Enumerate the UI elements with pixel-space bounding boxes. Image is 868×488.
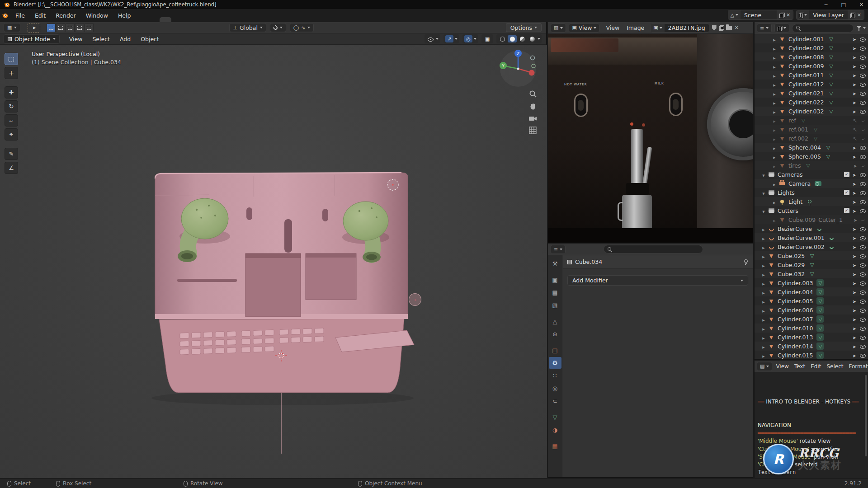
outliner-row[interactable]: Cube.029 <box>755 260 868 269</box>
visibility-dropdown[interactable] <box>425 34 440 43</box>
text-editor-menu-item[interactable]: View <box>773 362 791 371</box>
expand-icon[interactable] <box>772 72 777 79</box>
eye-icon[interactable] <box>859 181 866 187</box>
editor-type-button[interactable]: ▨ <box>551 23 566 33</box>
expand-icon[interactable] <box>772 126 777 133</box>
menu-item[interactable]: Render <box>51 11 80 20</box>
workspace-tab[interactable] <box>183 17 195 22</box>
object-name[interactable]: Cylinder.010 <box>778 325 813 332</box>
eye-icon[interactable] <box>859 262 866 268</box>
object-name[interactable]: Light <box>788 198 802 205</box>
shading-wireframe-icon[interactable] <box>498 35 507 42</box>
selectable-icon[interactable] <box>853 244 856 250</box>
text-editor-type[interactable]: ▤ <box>757 362 772 371</box>
eye-icon[interactable] <box>859 45 866 51</box>
object-name[interactable]: Cylinder.006 <box>778 307 813 314</box>
selectable-icon[interactable] <box>853 135 857 142</box>
view-layer-selector[interactable]: View Layer ✕ <box>796 10 864 20</box>
outliner-row[interactable]: BezierCurve <box>755 224 868 233</box>
object-name[interactable]: ref.001 <box>788 126 808 133</box>
properties-tab[interactable] <box>549 411 561 423</box>
eye-icon[interactable] <box>859 226 866 232</box>
text-editor-menu-item[interactable]: Format <box>846 362 868 371</box>
outliner-row[interactable]: Cylinder.013 <box>755 333 868 342</box>
eye-icon[interactable] <box>859 54 866 60</box>
object-name[interactable]: ref <box>788 117 796 124</box>
eye-icon[interactable] <box>859 190 866 196</box>
select-mode-extend[interactable] <box>56 23 65 32</box>
outliner-row[interactable]: Cylinder.015 <box>755 351 868 359</box>
proportional-edit-toggle[interactable]: ◯∿ <box>290 23 314 32</box>
eye-icon[interactable] <box>859 208 866 214</box>
eye-icon[interactable] <box>859 352 866 358</box>
object-name[interactable]: Cylinder.008 <box>788 54 824 61</box>
eye-icon[interactable] <box>859 81 866 87</box>
outliner-row[interactable]: tires <box>755 161 868 170</box>
expand-icon[interactable] <box>761 262 766 268</box>
expand-icon[interactable] <box>772 81 777 88</box>
properties-tab[interactable] <box>549 344 561 356</box>
object-name[interactable]: Cylinder.011 <box>788 72 824 79</box>
expand-icon[interactable] <box>772 144 777 151</box>
viewport-menu-item[interactable]: Add <box>115 34 136 44</box>
object-name[interactable]: Camera <box>788 180 811 187</box>
outliner-row[interactable]: Cylinder.001 <box>755 34 868 43</box>
outliner-row[interactable]: Cylinder.012 <box>755 80 868 89</box>
selectable-icon[interactable] <box>853 225 856 232</box>
expand-icon[interactable] <box>772 63 777 70</box>
object-name[interactable]: Cylinder.022 <box>788 99 824 106</box>
outliner-row[interactable]: BezierCurve.002 <box>755 242 868 251</box>
eye-icon[interactable] <box>859 325 866 331</box>
scrollbar[interactable] <box>865 375 867 456</box>
expand-icon[interactable] <box>772 36 777 42</box>
selectable-icon[interactable] <box>853 262 856 268</box>
expand-icon[interactable] <box>772 117 777 124</box>
outliner-row[interactable]: Cylinder.021 <box>755 89 868 98</box>
expand-icon[interactable] <box>772 180 777 187</box>
collection-checkbox[interactable] <box>844 208 849 213</box>
outliner-row[interactable]: Cylinder.032 <box>755 107 868 116</box>
options-button[interactable]: Options <box>506 23 542 32</box>
tool-transform[interactable] <box>5 128 18 141</box>
text-editor-menu-item[interactable]: Select <box>824 362 846 371</box>
selectable-icon[interactable] <box>853 325 856 332</box>
object-name[interactable]: Cylinder.002 <box>788 45 824 52</box>
minimize-button[interactable]: ─ <box>825 2 828 8</box>
outliner-row[interactable]: Cutters <box>755 206 868 215</box>
object-name[interactable]: BezierCurve.002 <box>778 244 825 250</box>
outliner-row[interactable]: Light <box>755 197 868 206</box>
object-name[interactable]: Cube.009_Cutter_1 <box>788 216 843 223</box>
menu-item[interactable]: Window <box>81 11 113 20</box>
object-name[interactable]: Sphere.004 <box>788 144 821 151</box>
expand-icon[interactable] <box>761 298 766 305</box>
object-name[interactable]: BezierCurve.001 <box>778 235 825 241</box>
eye-closed-icon[interactable] <box>860 135 866 141</box>
properties-editor-type[interactable]: ≡ <box>551 245 566 254</box>
expand-icon[interactable] <box>772 99 777 106</box>
eye-icon[interactable] <box>859 199 866 205</box>
outliner-display-mode[interactable]: ≡ <box>757 23 772 33</box>
selectable-icon[interactable] <box>853 117 857 124</box>
eye-closed-icon[interactable] <box>860 126 866 131</box>
selectable-icon[interactable] <box>853 289 856 296</box>
object-name[interactable]: Cube.029 <box>778 262 805 268</box>
outliner-row[interactable]: ref.002 <box>755 134 868 143</box>
object-name[interactable]: Sphere.005 <box>788 153 821 160</box>
object-name[interactable]: Cutters <box>778 207 798 214</box>
camera-view-icon[interactable] <box>528 115 537 122</box>
selectable-icon[interactable] <box>853 171 856 178</box>
selectable-icon[interactable] <box>853 72 856 79</box>
editor-type-button[interactable]: ▦ <box>4 23 20 32</box>
outliner-row[interactable]: ref.001 <box>755 125 868 134</box>
chevron-down-icon[interactable] <box>538 38 540 40</box>
selectable-icon[interactable] <box>853 207 856 214</box>
eye-icon[interactable] <box>859 253 866 259</box>
tool-scale[interactable] <box>5 114 18 127</box>
object-name[interactable]: Cylinder.015 <box>778 352 813 359</box>
outliner-row[interactable]: Cameras <box>755 170 868 179</box>
tool-box-select[interactable] <box>5 53 18 65</box>
selectable-icon[interactable] <box>853 235 856 241</box>
zoom-icon[interactable] <box>529 90 537 98</box>
viewport-menu-item[interactable]: Select <box>87 34 115 44</box>
tool-rotate[interactable] <box>5 100 18 113</box>
